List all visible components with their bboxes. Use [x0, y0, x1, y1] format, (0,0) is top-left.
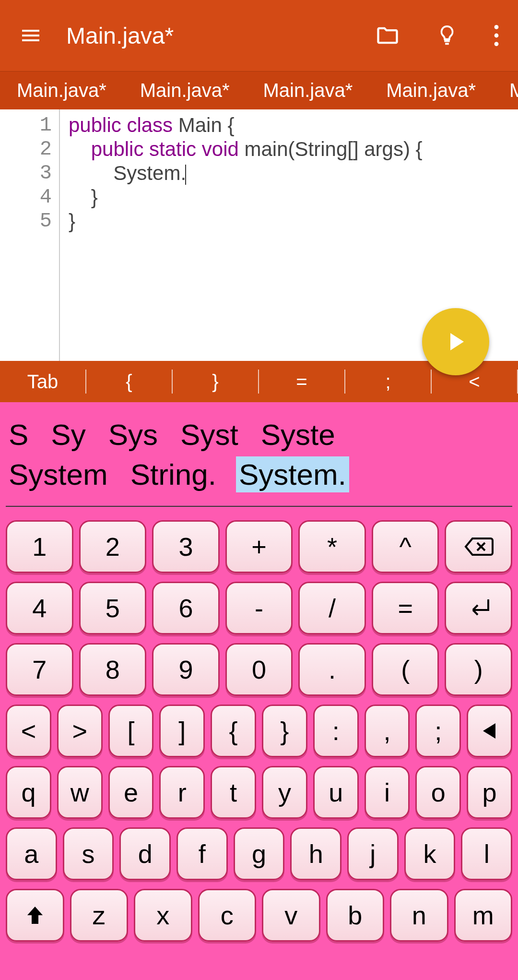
- brace-open-key[interactable]: {: [86, 371, 172, 393]
- tab[interactable]: Main.java*: [0, 80, 123, 101]
- brace-close-key[interactable]: }: [173, 371, 258, 393]
- key-bracket-open[interactable]: [: [108, 705, 154, 757]
- code-content[interactable]: public class Main { public static void m…: [60, 109, 423, 361]
- line-gutter: 1 2 3 4 5: [0, 109, 60, 361]
- key-q[interactable]: q: [6, 766, 51, 819]
- enter-key[interactable]: [445, 582, 512, 634]
- key-g[interactable]: g: [234, 827, 285, 880]
- key-comma[interactable]: ,: [365, 705, 410, 757]
- enter-icon: [465, 597, 492, 620]
- key-c[interactable]: c: [198, 889, 257, 942]
- key-semicolon[interactable]: ;: [415, 705, 461, 757]
- key-z[interactable]: z: [70, 889, 129, 942]
- line-number: 5: [0, 209, 59, 233]
- key-slash[interactable]: /: [298, 582, 366, 634]
- folder-icon[interactable]: [375, 23, 400, 48]
- suggestion[interactable]: System: [6, 456, 111, 492]
- key-5[interactable]: 5: [79, 582, 147, 634]
- tab-key[interactable]: Tab: [0, 371, 85, 393]
- suggestion[interactable]: Syste: [258, 417, 338, 453]
- key-y[interactable]: y: [262, 766, 307, 819]
- code-editor[interactable]: 1 2 3 4 5 public class Main { public sta…: [0, 109, 518, 361]
- key-w[interactable]: w: [57, 766, 103, 819]
- key-paren-open[interactable]: (: [372, 643, 439, 696]
- key-o[interactable]: o: [415, 766, 461, 819]
- key-9[interactable]: 9: [152, 643, 220, 696]
- key-r[interactable]: r: [159, 766, 205, 819]
- key-a[interactable]: a: [6, 827, 57, 880]
- key-l[interactable]: l: [461, 827, 512, 880]
- semicolon-key[interactable]: ;: [345, 371, 431, 393]
- tab-bar: Main.java* Main.java* Main.java* Main.ja…: [0, 71, 518, 109]
- key-n[interactable]: n: [390, 889, 448, 942]
- key-7[interactable]: 7: [6, 643, 73, 696]
- more-icon[interactable]: [494, 25, 499, 46]
- key-u[interactable]: u: [313, 766, 359, 819]
- key-h[interactable]: h: [290, 827, 341, 880]
- key-3[interactable]: 3: [152, 520, 220, 573]
- key-i[interactable]: i: [365, 766, 410, 819]
- key-s[interactable]: s: [63, 827, 114, 880]
- run-button[interactable]: [422, 308, 489, 375]
- key-6[interactable]: 6: [152, 582, 220, 634]
- key-bracket-close[interactable]: ]: [159, 705, 205, 757]
- key-p[interactable]: p: [467, 766, 512, 819]
- tab[interactable]: M: [493, 80, 518, 101]
- suggestion-highlighted[interactable]: System.: [236, 456, 349, 492]
- svg-point-0: [494, 25, 499, 29]
- code-text: System.: [113, 162, 186, 184]
- app-header: Main.java*: [0, 0, 518, 71]
- key-d[interactable]: d: [119, 827, 171, 880]
- key-x[interactable]: x: [134, 889, 192, 942]
- key-1[interactable]: 1: [6, 520, 73, 573]
- key-8[interactable]: 8: [79, 643, 147, 696]
- key-v[interactable]: v: [262, 889, 320, 942]
- key-colon[interactable]: :: [313, 705, 359, 757]
- key-2[interactable]: 2: [79, 520, 147, 573]
- text-cursor: [185, 165, 186, 185]
- line-number: 4: [0, 185, 59, 209]
- angle-key[interactable]: <: [432, 371, 517, 393]
- code-keyword: public static void: [91, 138, 245, 160]
- key-0[interactable]: 0: [225, 643, 293, 696]
- menu-icon[interactable]: [19, 24, 42, 47]
- key-gt[interactable]: >: [57, 705, 103, 757]
- key-lt[interactable]: <: [6, 705, 51, 757]
- line-number: 1: [0, 113, 59, 137]
- key-j[interactable]: j: [347, 827, 399, 880]
- page-title: Main.java*: [66, 23, 351, 49]
- key-e[interactable]: e: [108, 766, 154, 819]
- tab[interactable]: Main.java*: [369, 80, 493, 101]
- code-text: Main {: [178, 114, 235, 136]
- key-equals[interactable]: =: [372, 582, 439, 634]
- key-minus[interactable]: -: [225, 582, 293, 634]
- key-b[interactable]: b: [326, 889, 385, 942]
- key-plus[interactable]: +: [225, 520, 293, 573]
- svg-point-1: [494, 34, 499, 38]
- backspace-icon: [464, 537, 494, 557]
- key-paren-close[interactable]: ): [445, 643, 512, 696]
- key-4[interactable]: 4: [6, 582, 73, 634]
- equals-key[interactable]: =: [259, 371, 344, 393]
- suggestion[interactable]: S: [6, 417, 31, 453]
- key-brace-close[interactable]: }: [262, 705, 307, 757]
- key-caret[interactable]: ^: [372, 520, 439, 573]
- key-f[interactable]: f: [177, 827, 228, 880]
- arrow-left-key[interactable]: [467, 705, 512, 757]
- code-keyword: public class: [69, 114, 178, 136]
- shift-key[interactable]: [6, 889, 64, 942]
- key-k[interactable]: k: [404, 827, 456, 880]
- tab[interactable]: Main.java*: [123, 80, 247, 101]
- key-m[interactable]: m: [454, 889, 513, 942]
- suggestion[interactable]: Syst: [177, 417, 241, 453]
- key-brace-open[interactable]: {: [211, 705, 256, 757]
- suggestion[interactable]: Sys: [106, 417, 161, 453]
- key-asterisk[interactable]: *: [298, 520, 366, 573]
- key-period[interactable]: .: [298, 643, 366, 696]
- tab[interactable]: Main.java*: [247, 80, 370, 101]
- key-t[interactable]: t: [211, 766, 256, 819]
- suggestion[interactable]: String.: [128, 456, 219, 492]
- backspace-key[interactable]: [445, 520, 512, 573]
- lightbulb-icon[interactable]: [436, 24, 458, 47]
- suggestion[interactable]: Sy: [48, 417, 88, 453]
